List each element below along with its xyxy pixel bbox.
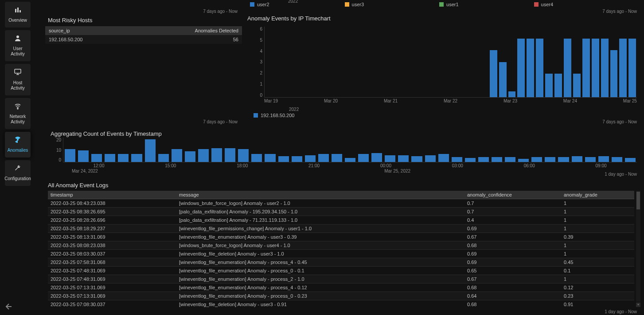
chart-bar[interactable]	[508, 91, 516, 97]
chart-bar[interactable]	[251, 154, 262, 162]
table-row[interactable]: 2022-03-25 07:48:31.069[wineventlog_file…	[48, 267, 634, 275]
table-row[interactable]: 2022-03-25 08:18:29.237[wineventlog_file…	[48, 224, 634, 233]
svg-rect-0	[15, 9, 16, 12]
chart-bar[interactable]	[492, 157, 502, 162]
chart-bar[interactable]	[318, 154, 329, 162]
scrollbar-down[interactable]: ▾	[636, 303, 640, 307]
chart-bar[interactable]	[619, 39, 627, 98]
chart-bar[interactable]	[225, 148, 235, 162]
legend-item[interactable]: user4	[534, 2, 554, 7]
chart-bar[interactable]	[332, 154, 342, 162]
chart-bar[interactable]	[505, 157, 515, 162]
table-row[interactable]: 2022-03-25 08:43:23.038[windows_brute_fo…	[48, 199, 634, 208]
chart-bar[interactable]	[558, 157, 569, 162]
chart-bar[interactable]	[531, 157, 542, 162]
chart-bar[interactable]	[198, 149, 209, 162]
chart-bar[interactable]	[91, 154, 102, 162]
table-row[interactable]: 2022-03-25 08:08:23.038[windows_brute_fo…	[48, 241, 634, 250]
cell-confidence: 0.68	[464, 300, 561, 307]
chart-bar[interactable]	[527, 39, 534, 98]
chart-bar[interactable]	[582, 39, 590, 98]
chart-bar[interactable]	[65, 149, 75, 162]
legend-item[interactable]: user2	[250, 2, 269, 7]
nav-configuration[interactable]: Configuration	[5, 160, 31, 186]
col-timestamp[interactable]: timestamp	[48, 191, 176, 199]
nav-user-activity[interactable]: User Activity	[5, 30, 31, 61]
chart-bar[interactable]	[158, 154, 169, 162]
chart-bar[interactable]	[518, 159, 529, 162]
table-row[interactable]: 2022-03-25 07:58:31.068[wineventlog_file…	[48, 258, 634, 267]
scrollbar[interactable]: ▾	[636, 191, 640, 302]
nav-anomalies[interactable]: Anomalies	[5, 132, 31, 158]
log-scroll[interactable]: timestamp message anomaly_confidence ano…	[48, 191, 634, 307]
col-anomalies-detected[interactable]: Anomalies Detected	[133, 26, 242, 35]
chart-bar[interactable]	[610, 50, 618, 97]
chart-bar[interactable]	[601, 39, 609, 98]
table-row[interactable]: 2022-03-25 08:28:26.696[palo_data_exfilt…	[48, 216, 634, 224]
col-source-ip[interactable]: source_ip	[45, 26, 133, 35]
chart-bar[interactable]	[554, 74, 562, 97]
chart-bar[interactable]	[452, 157, 462, 162]
cell-message: [wineventlog_file_enumeration] Anomaly -…	[176, 275, 464, 284]
chart-bar[interactable]	[490, 50, 497, 97]
chart-bar[interactable]	[385, 155, 395, 162]
chart-bar[interactable]	[265, 154, 275, 162]
chart-bar[interactable]	[398, 155, 409, 162]
nav-network-activity[interactable]: Network Activity	[5, 98, 31, 129]
chart-bar[interactable]	[371, 153, 382, 162]
col-message[interactable]: message	[176, 191, 464, 199]
chart-bar[interactable]	[238, 149, 249, 162]
table-row[interactable]: 2022-03-25 07:48:31.069[wineventlog_file…	[48, 275, 634, 284]
chart-bar[interactable]	[517, 39, 525, 98]
chart-bar[interactable]	[172, 149, 182, 162]
table-row[interactable]: 2022-03-25 08:13:31.069[wineventlog_file…	[48, 233, 634, 241]
chart-bar[interactable]	[592, 39, 599, 98]
table-row[interactable]: 2022-03-25 07:13:31.069[wineventlog_file…	[48, 292, 634, 300]
col-anomaly-confidence[interactable]: anomaly_confidence	[464, 191, 561, 199]
chart-bar[interactable]	[411, 156, 422, 162]
chart-bar[interactable]	[278, 156, 289, 162]
chart-bar[interactable]	[358, 154, 369, 162]
table-row[interactable]: 2022-03-25 08:38:26.695[palo_data_exfilt…	[48, 208, 634, 216]
nav-host-activity[interactable]: Host Activity	[5, 64, 31, 95]
chart-bar[interactable]	[478, 157, 489, 162]
chart-plot[interactable]	[264, 27, 637, 98]
chart-bar[interactable]	[564, 39, 571, 98]
chart-bar[interactable]	[465, 158, 476, 162]
chart-bar[interactable]	[78, 150, 89, 162]
chart-bar[interactable]	[292, 156, 302, 162]
chart-bar[interactable]	[536, 39, 543, 98]
nav-overview[interactable]: Overview	[5, 2, 31, 28]
chart-bar[interactable]	[425, 155, 436, 162]
chart-bar[interactable]	[545, 74, 553, 97]
legend-item[interactable]: user1	[439, 2, 459, 7]
table-row[interactable]: 2022-03-25 08:03:30.037[wineventlog_file…	[48, 250, 634, 258]
legend-item[interactable]: user3	[345, 2, 364, 7]
chart-bar[interactable]	[131, 154, 142, 162]
legend-label: 192.168.50.200	[261, 113, 294, 118]
chart-bar[interactable]	[625, 158, 636, 162]
chart-bar[interactable]	[185, 151, 195, 162]
chart-bar[interactable]	[545, 157, 555, 162]
chart-bar[interactable]	[573, 74, 581, 97]
chart-bar[interactable]	[612, 157, 622, 162]
chart-bar[interactable]	[438, 154, 449, 162]
chart-bar[interactable]	[305, 155, 316, 162]
chart-bar[interactable]	[211, 148, 222, 162]
chart-bar[interactable]	[118, 154, 129, 162]
chart-bar[interactable]	[598, 156, 609, 162]
chart-bar[interactable]	[572, 156, 582, 162]
table-row[interactable]: 2022-03-25 07:08:30.037[wineventlog_file…	[48, 300, 634, 307]
chart-bar[interactable]	[628, 39, 636, 98]
scrollbar-thumb[interactable]	[636, 192, 640, 209]
chart-bar[interactable]	[105, 154, 115, 162]
table-row[interactable]: 2022-03-25 07:13:31.069[wineventlog_file…	[48, 284, 634, 292]
col-anomaly-grade[interactable]: anomaly_grade	[561, 191, 634, 199]
table-row[interactable]: 192.168.50.20056	[45, 35, 242, 44]
chart-bar[interactable]	[499, 62, 507, 98]
back-arrow[interactable]	[4, 302, 12, 313]
chart-bar[interactable]	[345, 158, 355, 162]
chart-bar[interactable]	[145, 139, 156, 162]
chart-plot[interactable]	[63, 138, 637, 162]
chart-bar[interactable]	[585, 157, 596, 162]
